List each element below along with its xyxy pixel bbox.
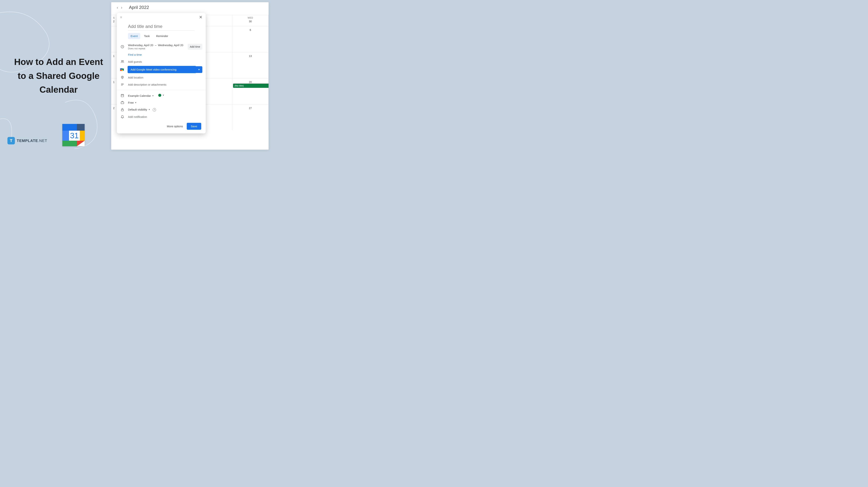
availability-select[interactable]: Free▼ bbox=[128, 101, 137, 104]
lock-icon bbox=[120, 108, 125, 112]
svg-rect-11 bbox=[121, 94, 124, 97]
template-net-logo: T TEMPLATE.NET bbox=[7, 137, 47, 144]
tab-task[interactable]: Task bbox=[141, 33, 152, 39]
date-end[interactable]: Wednesday, April 20 bbox=[158, 44, 183, 47]
add-notification-button[interactable]: Add notification bbox=[128, 115, 203, 118]
svg-point-7 bbox=[122, 77, 123, 78]
briefcase-icon bbox=[120, 101, 125, 105]
find-time-link[interactable]: Find a time bbox=[128, 53, 142, 56]
meet-dropdown-button[interactable]: ▼ bbox=[196, 66, 203, 73]
people-icon bbox=[120, 60, 125, 63]
color-select[interactable]: ▼ bbox=[155, 94, 164, 97]
visibility-select[interactable]: Default visibility▼ bbox=[128, 108, 150, 111]
logo-suffix: .NET bbox=[38, 139, 47, 143]
svg-point-2 bbox=[123, 61, 124, 61]
date-start[interactable]: Wednesday, April 20 bbox=[128, 44, 153, 47]
google-calendar-icon: 31 bbox=[62, 124, 85, 146]
add-location-field[interactable]: Add location bbox=[128, 76, 203, 79]
day-number: 6 bbox=[232, 28, 268, 31]
add-meet-button[interactable]: Add Google Meet video conferencing bbox=[128, 66, 196, 73]
tab-event[interactable]: Event bbox=[128, 33, 140, 39]
svg-rect-6 bbox=[120, 69, 121, 71]
logo-text: TEMPLATE bbox=[17, 139, 38, 143]
svg-rect-5 bbox=[121, 69, 123, 71]
day-number: 13 bbox=[232, 55, 268, 57]
add-time-button[interactable]: Add time bbox=[188, 44, 203, 50]
location-icon bbox=[120, 76, 125, 79]
google-meet-icon bbox=[120, 68, 124, 71]
page-title: How to Add an Event to a Shared Google C… bbox=[13, 55, 104, 96]
event-dialog: ≡ ✕ Event Task Reminder Wednesday, April… bbox=[117, 13, 206, 134]
calendar-app: ‹ › April 2022 S 2 WED 30 6 1 13 1 bbox=[111, 2, 269, 150]
close-icon[interactable]: ✕ bbox=[199, 15, 203, 20]
calendar-select[interactable]: Example Calendar▼ bbox=[128, 94, 154, 97]
event-title-input[interactable] bbox=[128, 22, 194, 31]
add-guests-field[interactable]: Add guests bbox=[128, 60, 203, 63]
day-number: 30 bbox=[232, 20, 268, 23]
svg-point-1 bbox=[121, 60, 122, 61]
drag-handle-icon[interactable]: ≡ bbox=[120, 16, 122, 19]
clock-icon bbox=[120, 45, 125, 49]
save-button[interactable]: Save bbox=[187, 123, 201, 130]
svg-rect-4 bbox=[120, 68, 121, 69]
help-icon[interactable]: ? bbox=[153, 108, 156, 112]
bell-icon bbox=[120, 115, 125, 118]
description-icon bbox=[120, 83, 125, 86]
svg-rect-16 bbox=[121, 109, 124, 111]
day-number: 27 bbox=[232, 107, 268, 110]
repeat-text: Does not repeat bbox=[128, 47, 184, 50]
more-options-button[interactable]: More options bbox=[167, 125, 183, 128]
calendar-icon bbox=[120, 94, 125, 97]
day-number: 20 bbox=[232, 81, 268, 84]
add-description-field[interactable]: Add description or attachments bbox=[128, 83, 203, 86]
svg-rect-15 bbox=[121, 102, 124, 104]
logo-badge: T bbox=[7, 137, 15, 144]
month-label: April 2022 bbox=[129, 5, 149, 10]
prev-month-button[interactable]: ‹ bbox=[117, 5, 118, 10]
event-chip[interactable]: (No title) bbox=[233, 84, 269, 88]
tab-reminder[interactable]: Reminder bbox=[153, 33, 171, 39]
next-month-button[interactable]: › bbox=[121, 5, 122, 10]
color-dot-icon bbox=[158, 94, 161, 97]
day-header: WED bbox=[232, 17, 268, 19]
